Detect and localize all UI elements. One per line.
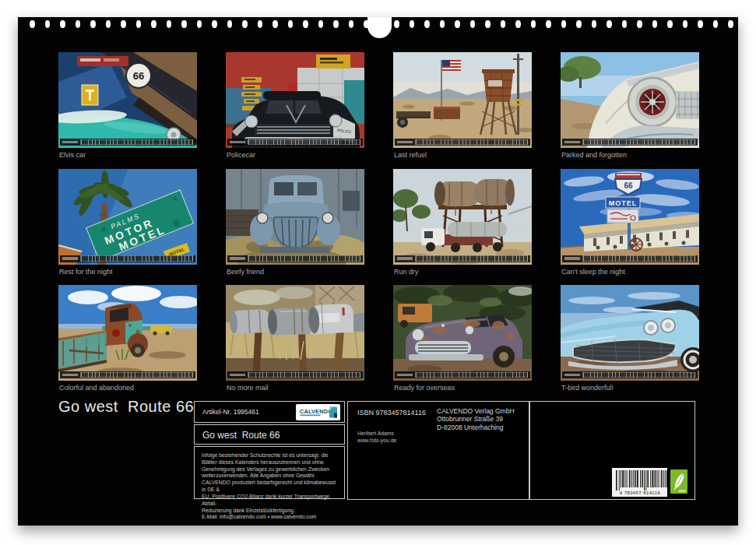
binding-hole	[470, 20, 476, 28]
mini-calendar-day-cells	[248, 139, 360, 146]
mini-calendar-month-label	[564, 141, 580, 144]
binding-hole	[151, 20, 156, 28]
mini-calendar-day-cells	[248, 372, 360, 378]
calendar-thumbnail-10: No more mail	[226, 285, 364, 392]
mini-calendar-month-label	[564, 374, 580, 377]
legal-text: Infolge bestehender Schutzrechte ist es …	[195, 447, 344, 526]
svg-text:MOTEL: MOTEL	[609, 199, 638, 206]
binding-hole	[60, 20, 65, 28]
calendar-thumbnail-7: Run dry	[393, 169, 532, 276]
binding-hole	[592, 20, 597, 28]
calendar-title-box: Go west Route 66	[194, 424, 345, 445]
photo-old-mailboxes-row	[226, 285, 364, 381]
mini-calendar-strip	[395, 371, 530, 378]
binding-hole	[394, 20, 399, 28]
binding-hole	[167, 20, 172, 28]
publisher-address: CALVENDO Verlag GmbH Ottobrunner Straße …	[437, 407, 515, 431]
binding-hole	[424, 20, 430, 28]
thumbnail-caption: Last refuel	[394, 151, 427, 159]
svg-text:66: 66	[133, 70, 144, 82]
thumbnail-caption: Run dry	[394, 268, 419, 276]
binding-hole	[561, 20, 567, 28]
binding-hole	[410, 20, 415, 28]
binding-hole	[30, 20, 35, 28]
mini-calendar-month-label	[230, 257, 245, 260]
mini-calendar-strip	[227, 371, 363, 378]
mini-calendar-day-cells	[80, 372, 193, 378]
binding-hole	[197, 20, 202, 28]
binding-hole	[318, 20, 324, 28]
thumbnail-caption: Can't sleep the night	[561, 268, 625, 276]
mini-calendar-strip	[60, 371, 195, 378]
mini-calendar-strip	[562, 371, 698, 378]
mini-calendar-day-cells	[415, 139, 528, 146]
mini-calendar-month-label	[62, 141, 78, 144]
calendar-back-page: 66Elvis carPOLICEPolicecarLast refuelPar…	[18, 17, 738, 526]
photo-palms-motor-motel-sign: PALMSMOTORMOTELMOTEL	[58, 169, 197, 265]
binding-hole	[667, 20, 673, 28]
photo-rusty-teal-truck-desert	[58, 285, 197, 381]
page-title: Go west Route 66	[58, 398, 194, 416]
barcode-digits: 9 783457 814116	[620, 490, 661, 495]
publisher-info-box: ISBN 9783457814116 CALVENDO Verlag GmbH …	[347, 401, 695, 500]
binding-hole	[333, 20, 339, 28]
mini-calendar-strip	[562, 255, 698, 262]
mini-calendar-day-cells	[582, 372, 695, 378]
calendar-thumbnail-12: T-bird wonderful!	[561, 285, 699, 392]
mini-calendar-month-label	[230, 141, 245, 144]
photo-rusty-tank-tower-truck	[393, 169, 532, 265]
mini-calendar-day-cells	[248, 255, 360, 262]
mini-calendar-day-cells	[582, 255, 695, 262]
binding-hole	[713, 20, 719, 28]
calendar-thumbnail-4: Parked and forgotten	[561, 52, 699, 160]
binding-hole	[106, 20, 111, 28]
mini-calendar-strip	[562, 139, 698, 146]
binding-hole	[652, 20, 658, 28]
binding-hole	[531, 20, 536, 28]
binding-hole	[90, 20, 96, 28]
binding-hole	[728, 20, 733, 28]
calendar-thumbnail-8: 66MOTELCan't sleep the night	[561, 169, 699, 276]
binding-hole	[485, 20, 491, 28]
mini-calendar-strip	[395, 255, 530, 262]
binding-hole	[576, 20, 582, 28]
thumbnail-caption: Colorful and abandoned	[59, 384, 134, 392]
legal-text-box: Infolge bestehender Schutzrechte ist es …	[194, 446, 345, 499]
photo-desert-flag-water-tower	[393, 52, 532, 148]
eco-logo: eco	[670, 469, 687, 494]
author-credit: Heribert Adams www.foto-you.de	[357, 431, 396, 445]
thumbnail-caption: Beefy friend	[227, 268, 264, 276]
calendar-thumbnail-3: Last refuel	[393, 52, 532, 160]
calendar-thumbnail-6: Beefy friend	[226, 169, 364, 276]
binding-hole	[76, 20, 81, 28]
mini-calendar-month-label	[564, 257, 580, 260]
calendar-thumbnail-2: POLICEPolicecar	[226, 52, 364, 160]
binding-hole	[637, 20, 642, 28]
photo-light-blue-thunderbird	[561, 285, 699, 381]
binding-hole	[45, 20, 51, 28]
photo-black-white-police-car: POLICE	[226, 52, 364, 148]
mini-calendar-month-label	[397, 257, 413, 260]
mini-calendar-day-cells	[80, 139, 193, 146]
isbn-text: ISBN 9783457814116	[357, 409, 426, 417]
binding-hole	[683, 20, 688, 28]
binding-hole	[303, 20, 308, 28]
calendar-thumbnail-5: PALMSMOTORMOTELMOTELRest for the night	[58, 169, 197, 276]
binding-hole	[242, 20, 248, 28]
binding-hole	[515, 20, 521, 28]
binding-hole	[607, 20, 612, 28]
article-number: Artikel-Nr. 1995461	[202, 408, 259, 416]
article-number-box: Artikel-Nr. 1995461 CALVENDO	[194, 401, 345, 423]
thumbnail-caption: No more mail	[227, 384, 269, 392]
thumbnail-caption: Parked and forgotten	[561, 151, 627, 159]
mini-calendar-month-label	[62, 374, 78, 377]
binding-hole	[546, 20, 551, 28]
calvendo-logo-text: CALVENDO	[300, 407, 332, 414]
binding-hole	[227, 20, 233, 28]
ean-barcode: 9 783457 814116	[612, 468, 667, 497]
binding-hole	[698, 20, 703, 28]
mini-calendar-month-label	[62, 257, 78, 260]
photo-purple-rusty-classic-car	[393, 285, 532, 381]
mini-calendar-strip	[227, 255, 363, 262]
photo-route66-motel-sign: 66MOTEL	[561, 169, 699, 265]
